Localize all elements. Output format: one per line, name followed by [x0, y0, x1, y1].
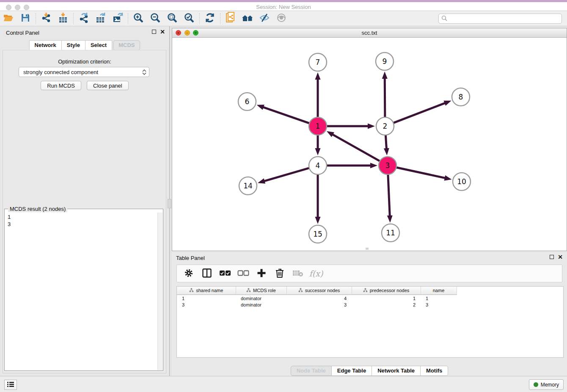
tab-network-table[interactable]: Network Table: [372, 366, 421, 376]
mcds-result-line: 3: [8, 221, 155, 228]
tab-mcds[interactable]: MCDS: [113, 40, 140, 50]
tab-style[interactable]: Style: [62, 40, 85, 50]
run-mcds-button[interactable]: Run MCDS: [41, 81, 81, 90]
export-table-button[interactable]: [92, 12, 109, 25]
toolbar-separator: [220, 13, 220, 24]
tab-select[interactable]: Select: [85, 40, 112, 50]
columns-icon: [202, 268, 212, 279]
import-table-button[interactable]: [55, 12, 72, 25]
add-column-button[interactable]: [256, 268, 267, 279]
table-row[interactable]: 3dominator323: [177, 301, 467, 308]
unchecked-boxes-icon: [237, 269, 249, 278]
table-settings-button[interactable]: [183, 268, 195, 279]
table-cell[interactable]: 3: [421, 301, 457, 308]
export-network-icon: [78, 12, 89, 25]
column-header-successor-nodes[interactable]: successor nodes: [286, 287, 352, 295]
table-cell[interactable]: 3: [286, 301, 352, 308]
open-file-button[interactable]: [0, 12, 17, 25]
float-panel-icon[interactable]: [152, 30, 156, 34]
graph-edge-arrowhead: [384, 148, 389, 155]
main-toolbar: [0, 11, 567, 26]
column-header-predecessor-nodes[interactable]: predecessor nodes: [352, 287, 421, 295]
graph-edge[interactable]: [331, 134, 380, 161]
network-graph-canvas[interactable]: 1234678910111415: [172, 38, 567, 251]
mcds-result-group: MCDS result (2 nodes) 13: [4, 209, 163, 371]
graph-edge-arrowhead: [370, 163, 377, 168]
open-folder-icon: [3, 13, 14, 24]
dropdown-stepper-icon: [141, 69, 147, 76]
mcds-result-text[interactable]: 13: [5, 213, 157, 370]
table-panel-title: Table Panel: [176, 255, 205, 261]
network-window-titlebar[interactable]: × − + scc.txt: [172, 28, 567, 38]
column-header-name[interactable]: name: [421, 287, 457, 295]
trash-icon: [275, 268, 284, 279]
zoom-out-button[interactable]: [147, 12, 164, 25]
network-file-button[interactable]: [222, 12, 239, 25]
export-image-button[interactable]: [109, 12, 126, 25]
graph-edge[interactable]: [394, 102, 446, 123]
table-cell[interactable]: dominator: [236, 301, 286, 308]
save-session-button[interactable]: [17, 12, 34, 25]
table-cell[interactable]: 1: [421, 295, 457, 301]
attribute-tree-icon: [246, 288, 251, 293]
graph-edge-arrowhead: [387, 215, 393, 223]
table-cell[interactable]: dominator: [236, 295, 286, 301]
graph-edge-arrowhead: [327, 131, 334, 137]
table-cell[interactable]: 3: [177, 301, 236, 308]
app-title: Session: New Session: [0, 4, 567, 10]
float-table-panel-icon[interactable]: [550, 255, 554, 259]
node-table[interactable]: shared nameMCDS rolesuccessor nodesprede…: [176, 286, 564, 358]
column-header-shared-name[interactable]: shared name: [177, 287, 236, 295]
column-header-label: successor nodes: [305, 288, 340, 293]
table-cell[interactable]: 1: [352, 295, 421, 301]
graph-edge[interactable]: [385, 135, 386, 150]
table-cell[interactable]: 1: [177, 295, 236, 301]
search-input[interactable]: [449, 16, 559, 22]
app-titlebar: Session: New Session: [0, 0, 567, 11]
network-resize-grip[interactable]: [366, 248, 369, 250]
export-network-button[interactable]: [75, 12, 92, 25]
table-row[interactable]: 1dominator411: [177, 295, 467, 301]
graph-node-label: 4: [316, 161, 320, 170]
graph-node-label: 11: [386, 229, 395, 237]
graph-edge[interactable]: [388, 174, 390, 217]
close-panel-icon[interactable]: ✕: [160, 30, 165, 34]
deselect-all-button[interactable]: [237, 268, 249, 279]
table-cell[interactable]: 2: [352, 301, 421, 308]
zoom-fit-button[interactable]: [164, 12, 181, 25]
show-toggle-button[interactable]: [273, 12, 290, 25]
close-panel-button[interactable]: Close panel: [87, 81, 129, 90]
delete-column-button[interactable]: [274, 268, 286, 279]
apply-layout-button[interactable]: [201, 12, 218, 25]
criterion-dropdown[interactable]: strongly connected component: [19, 67, 149, 77]
search-box[interactable]: [438, 14, 562, 24]
hide-toggle-button[interactable]: [256, 12, 273, 25]
memory-button[interactable]: Memory: [529, 379, 564, 390]
graph-edge[interactable]: [385, 77, 385, 117]
column-header-MCDS-role[interactable]: MCDS role: [236, 287, 286, 295]
control-panel: Control Panel ✕ Network Style Select MCD…: [0, 26, 169, 376]
zoom-selected-button[interactable]: [181, 12, 198, 25]
delete-table-icon: [292, 269, 303, 279]
table-cell[interactable]: 4: [286, 295, 352, 301]
zoom-in-button[interactable]: [130, 12, 147, 25]
result-scrollbar[interactable]: [157, 213, 162, 370]
tab-node-table[interactable]: Node Table: [291, 366, 332, 376]
function-builder-button[interactable]: f(x): [310, 268, 322, 279]
column-visibility-button[interactable]: [201, 268, 213, 279]
close-table-panel-icon[interactable]: ✕: [558, 255, 563, 259]
tab-network[interactable]: Network: [29, 40, 62, 50]
home-button[interactable]: [239, 12, 256, 25]
delete-table-button[interactable]: [292, 268, 304, 279]
graph-node-label: 15: [313, 230, 322, 238]
select-all-button[interactable]: [219, 268, 231, 279]
import-network-button[interactable]: [38, 12, 55, 25]
graph-edge[interactable]: [263, 168, 309, 182]
graph-edge[interactable]: [396, 167, 446, 178]
graph-edge[interactable]: [262, 107, 309, 123]
task-history-button[interactable]: [4, 380, 17, 390]
control-panel-header: Control Panel ✕: [0, 26, 169, 39]
divider-grip[interactable]: [168, 199, 171, 208]
tab-edge-table[interactable]: Edge Table: [332, 366, 372, 376]
tab-motifs[interactable]: Motifs: [421, 366, 448, 376]
